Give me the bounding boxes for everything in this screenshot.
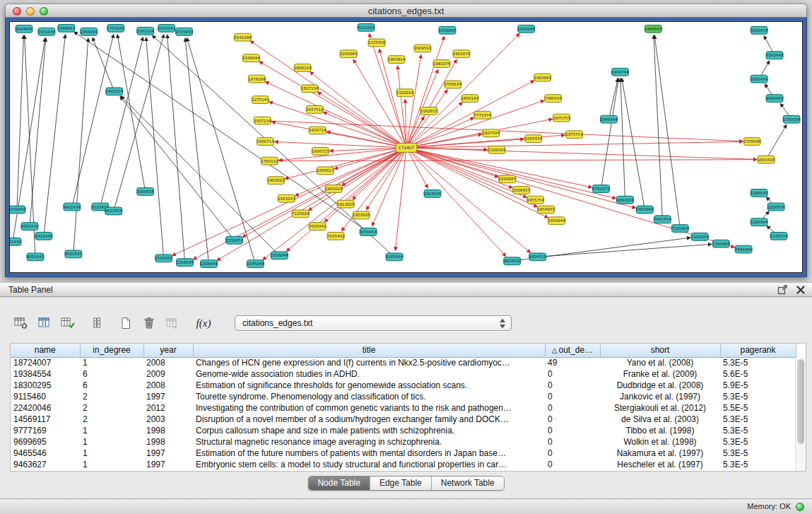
network-view[interactable]: 1724071046944110642411254081162615120654… (9, 21, 803, 273)
graph-node[interactable]: 1903022 (267, 177, 284, 185)
graph-node[interactable]: 2256044 (271, 252, 288, 259)
table-row[interactable]: 1456911722003Disruption of a novel membe… (11, 414, 796, 425)
create-column-icon[interactable] (58, 314, 78, 332)
graph-node[interactable]: 2241084 (234, 33, 252, 41)
graph-node[interactable]: 1632043 (158, 24, 175, 32)
graph-node[interactable]: 1236574 (770, 232, 788, 240)
new-table-icon[interactable] (116, 314, 136, 332)
graph-node[interactable]: 1206544 (751, 189, 768, 197)
graph-node[interactable]: 2232653 (225, 236, 243, 244)
graph-node[interactable]: 1963814 (388, 56, 406, 64)
graph-node[interactable]: 1162615 (420, 107, 437, 115)
graph-node[interactable]: 1125408 (368, 39, 386, 47)
table-row[interactable]: 946554611997Estimation of the future num… (11, 448, 796, 459)
graph-node[interactable]: 1606427 (513, 187, 530, 194)
import-table-icon[interactable] (163, 314, 182, 332)
table-scrollbar[interactable] (795, 358, 806, 471)
graph-node[interactable]: 1106424 (488, 146, 506, 154)
graph-node[interactable]: 1669501 (414, 45, 431, 52)
graph-node[interactable]: 2644044 (16, 25, 33, 33)
graph-node[interactable]: 6991944 (636, 206, 654, 214)
graph-node[interactable]: 7771474 (474, 111, 492, 119)
graph-node[interactable]: 1330584 (783, 115, 801, 123)
graph-node[interactable]: 6791973 (592, 185, 610, 193)
graph-node[interactable]: 172407 (396, 144, 417, 153)
graph-node[interactable]: 1868043 (81, 28, 98, 35)
graph-node[interactable]: 7491994 (735, 245, 753, 253)
graph-node[interactable]: 1226564 (751, 218, 768, 226)
graph-node[interactable]: 7091954 (654, 216, 671, 223)
table-row[interactable]: 969969511998Structural magnetic resonanc… (11, 436, 796, 448)
graph-node[interactable]: 2204017 (317, 167, 334, 175)
graph-node[interactable]: 9824502 (504, 257, 521, 265)
column-header-title[interactable]: title (193, 344, 545, 357)
graph-node[interactable]: 2245044 (247, 260, 264, 268)
graph-node[interactable]: 9623454 (105, 207, 123, 215)
close-window-button[interactable] (13, 7, 21, 16)
graph-node[interactable]: 1914545 (424, 189, 441, 197)
graph-node[interactable]: 9460464 (766, 95, 784, 103)
table-row[interactable]: 977716911998Corpus callosum shape and si… (11, 425, 796, 436)
column-header-pagerank[interactable]: pagerank (720, 344, 796, 357)
graph-node[interactable]: 1275141 (252, 96, 269, 104)
graph-node[interactable]: 1944794 (611, 68, 629, 76)
graph-node[interactable]: 1981074 (433, 60, 451, 68)
table-row[interactable]: 1830029562008Estimation of significance … (11, 380, 796, 391)
graph-node[interactable]: 1854944 (548, 217, 565, 225)
table-row[interactable]: 2242004622012Investigating the contribut… (11, 402, 796, 414)
table-selector-combobox[interactable]: citations_edges.txt (235, 315, 512, 331)
graph-node[interactable]: 2031044 (38, 28, 56, 35)
graph-node[interactable]: 1875753 (553, 114, 570, 122)
graph-node[interactable]: 1975753 (565, 131, 583, 139)
graph-node[interactable]: 9205434 (21, 223, 39, 230)
function-builder-icon[interactable]: f(x) (192, 314, 216, 332)
graph-node[interactable]: 1923023 (278, 194, 295, 202)
graph-node[interactable]: 1697434 (524, 135, 542, 143)
graph-node[interactable]: 1936714 (309, 127, 326, 134)
column-header-name[interactable]: name (11, 344, 80, 357)
graph-node[interactable]: 1842044 (517, 25, 535, 33)
window-titlebar[interactable]: citations_edges.txt (5, 4, 807, 18)
graph-node[interactable]: 8131004 (358, 23, 375, 31)
tab-edge-table[interactable]: Edge Table (370, 477, 432, 490)
graph-node[interactable]: 1574043 (175, 28, 193, 35)
graph-node[interactable]: 2120653 (155, 255, 172, 262)
graph-node[interactable]: 7191964 (671, 225, 689, 233)
graph-node[interactable]: 7625441 (309, 223, 326, 230)
graph-node[interactable]: 1753043 (107, 24, 125, 32)
table-row[interactable]: 1872400712008Changes of HCN gene express… (11, 357, 796, 368)
graph-node[interactable]: 1903024 (325, 185, 343, 193)
table-row[interactable]: 1938455462009Genome-wide association stu… (11, 368, 796, 380)
zoom-window-button[interactable] (40, 7, 48, 16)
graph-node[interactable]: 9360454 (751, 75, 768, 83)
graph-node[interactable]: 1783132 (261, 157, 278, 165)
graph-node[interactable]: 1961874 (453, 50, 471, 58)
graph-node[interactable]: 1808124 (294, 64, 312, 71)
show-columns-icon[interactable] (35, 314, 54, 332)
graph-node[interactable]: 1216554 (767, 203, 785, 211)
graph-node[interactable]: 2060654 (136, 188, 154, 196)
graph-node[interactable]: 1984543 (645, 25, 662, 33)
graph-node[interactable]: 9051434 (10, 238, 22, 245)
close-panel-icon[interactable] (795, 284, 806, 296)
graph-node[interactable]: 1483093 (534, 74, 551, 81)
graph-node[interactable]: 1827134 (301, 85, 319, 93)
graph-node[interactable]: 7635442 (327, 232, 344, 240)
graph-node[interactable]: 1046944 (600, 115, 618, 123)
column-header-short[interactable]: short (600, 344, 720, 357)
tab-node-table[interactable]: Node Table (308, 477, 370, 490)
graph-node[interactable]: 1955754 (526, 196, 544, 204)
graph-node[interactable]: 9160434 (751, 26, 768, 34)
graph-node[interactable]: 9501543 (65, 250, 83, 258)
graph-node[interactable]: 1956124 (461, 95, 479, 103)
column-header-in_degree[interactable]: in_degree (80, 344, 143, 357)
graph-node[interactable]: 9150454 (360, 228, 377, 236)
graph-node[interactable]: 9150443 (10, 206, 26, 214)
delete-table-icon[interactable] (139, 314, 159, 332)
graph-node[interactable]: 1913025 (337, 200, 354, 208)
graph-node[interactable]: 2240044 (242, 54, 260, 62)
graph-node[interactable]: 1923026 (353, 211, 370, 219)
graph-node[interactable]: 2206644 (200, 260, 218, 268)
column-header-year[interactable]: year (143, 344, 193, 357)
graph-node[interactable]: 2427512 (306, 105, 323, 113)
